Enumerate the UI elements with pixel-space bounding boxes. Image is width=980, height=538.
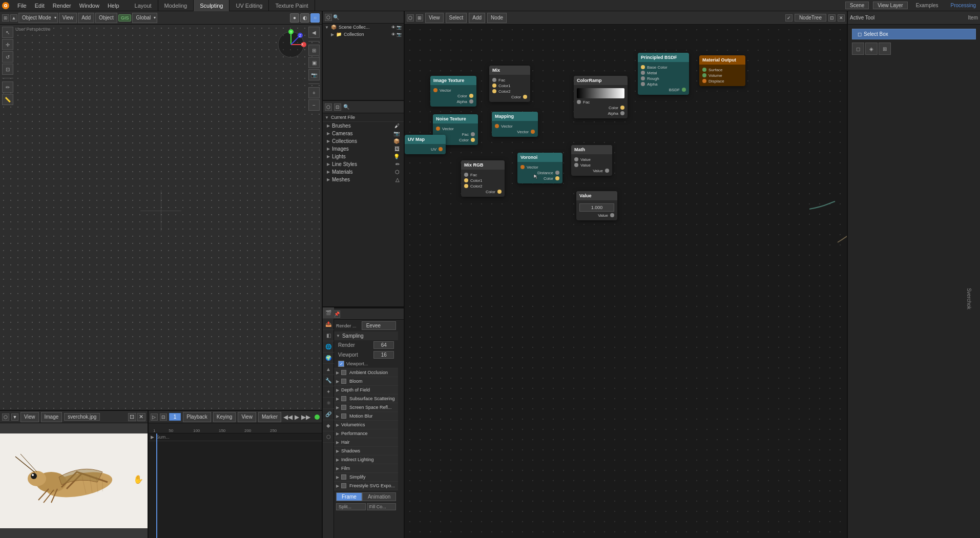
tool-move[interactable]: ✛	[2, 39, 13, 50]
freestyle-checkbox[interactable]	[341, 483, 346, 488]
tool-measure[interactable]: 📏	[2, 94, 13, 105]
view-layer-input[interactable]: View Layer	[873, 2, 907, 9]
viewport-value[interactable]: 16	[373, 351, 394, 359]
node-value[interactable]: Value 1.000 Value	[576, 191, 617, 220]
frame-tab[interactable]: Frame	[336, 492, 362, 501]
ssr-header[interactable]: ▶ Screen Space Refl...	[334, 403, 398, 411]
shading-rendered-btn[interactable]: ○	[310, 13, 320, 23]
visibility-btn[interactable]: 👁	[391, 25, 395, 30]
node-output[interactable]: Material Output Surface Volume Displace	[699, 55, 745, 86]
indirect-lighting-header[interactable]: ▶ Indirect Lighting	[334, 456, 398, 464]
node-math[interactable]: Math Value Value Value	[571, 145, 612, 176]
current-frame-input[interactable]: 1	[169, 413, 181, 421]
tool-scale[interactable]: ⊡	[2, 64, 13, 75]
node-add-btn[interactable]: Add	[469, 13, 485, 23]
processing-label[interactable]: Processing	[947, 3, 980, 8]
split-btn[interactable]: Split...	[336, 503, 366, 510]
tab-layout[interactable]: Layout	[129, 0, 158, 11]
shading-material-btn[interactable]: ◐	[300, 13, 309, 23]
prev-frame-btn[interactable]: ◀◀	[283, 413, 293, 421]
asset-images[interactable]: ▶ Images 🖼	[323, 145, 404, 153]
play-btn[interactable]: ▶	[295, 413, 299, 421]
col-visibility-btn[interactable]: 👁	[391, 32, 395, 37]
fill-co-btn[interactable]: Fill Co...	[367, 503, 397, 510]
node-select-btn[interactable]: Select	[446, 13, 467, 23]
timeline-content[interactable]: ▶ Sum...	[149, 433, 322, 538]
performance-header[interactable]: ▶ Performance	[334, 429, 398, 438]
tab-uv-editing[interactable]: UV Editing	[230, 0, 269, 11]
bloom-header[interactable]: ▶ Bloom	[334, 377, 398, 385]
zoom-in-btn[interactable]: +	[308, 87, 320, 98]
timeline-view-btn[interactable]: View	[238, 412, 256, 422]
prop-tab-physics[interactable]: ⚛	[323, 398, 334, 409]
asset-linestyles[interactable]: ▶ Line Styles ✏	[323, 160, 404, 168]
playback-btn[interactable]: Playback	[183, 412, 211, 422]
asset-meshes[interactable]: ▶ Meshes △	[323, 176, 404, 183]
node-icon2[interactable]: ⊞	[416, 14, 423, 22]
prop-tab-material[interactable]: ⬡	[323, 431, 334, 443]
scene-panel-icon[interactable]: ⬡	[325, 14, 332, 21]
node-close-btn[interactable]: ✕	[838, 14, 845, 22]
node-principled[interactable]: Principled BSDF Base Color Metal Rough A…	[638, 53, 689, 95]
col-render-btn[interactable]: 📷	[397, 32, 402, 37]
tool-annotate[interactable]: ✏	[2, 81, 13, 93]
hair-header[interactable]: ▶ Hair	[334, 438, 398, 446]
prop-tab-object[interactable]: ▲	[323, 364, 334, 375]
prop-tab-view[interactable]: ◧	[323, 330, 334, 341]
ao-checkbox[interactable]	[341, 370, 346, 375]
object-btn[interactable]: Object	[95, 13, 117, 23]
node-node-btn[interactable]: Node	[487, 13, 507, 23]
tab-sculpting[interactable]: Sculpting	[194, 0, 230, 11]
shading-solid-btn[interactable]: ●	[290, 13, 299, 23]
sss-checkbox[interactable]	[341, 396, 346, 401]
freestyle-header[interactable]: ▶ Freestyle SVG Expo...	[334, 482, 398, 490]
film-header[interactable]: ▶ Film	[334, 464, 398, 472]
tool-rotate[interactable]: ↺	[2, 51, 13, 63]
node-mix-rgb[interactable]: Mix RGB Fac Color1 Color2 Color	[461, 160, 505, 197]
scene-name-input[interactable]: Scene	[845, 2, 869, 9]
asset-cameras[interactable]: ▶ Cameras 📷	[323, 130, 404, 137]
ssr-checkbox[interactable]	[341, 405, 346, 410]
prop-tab-world[interactable]: 🌍	[323, 353, 334, 364]
node-mix[interactable]: Mix Fac Color1 Color2 Color	[489, 66, 530, 102]
global-btn[interactable]: Global	[132, 13, 157, 23]
node-mapping[interactable]: Mapping Vector Vector	[492, 112, 538, 137]
sss-header[interactable]: ▶ Subsurface Scattering	[334, 395, 398, 403]
menu-window[interactable]: Window	[75, 2, 103, 10]
node-canvas[interactable]: Image Texture Vector Color Alpha Mix Fac…	[405, 25, 847, 538]
node-uvmap[interactable]: UV Map UV	[405, 135, 446, 154]
asset-materials[interactable]: ▶ Materials ⬡	[323, 168, 404, 176]
image-zoom-btn[interactable]: ⊡	[128, 413, 136, 421]
view-btn[interactable]: View	[59, 13, 77, 23]
sampling-header[interactable]: ▼ Sampling	[334, 332, 398, 340]
prop-tab-output[interactable]: 📤	[323, 319, 334, 330]
view-persp-btn[interactable]: ⊞	[308, 45, 320, 56]
menu-file[interactable]: File	[13, 2, 31, 10]
tab-modeling[interactable]: Modeling	[158, 0, 194, 11]
node-check-icon[interactable]: ✓	[785, 14, 793, 22]
node-view-btn[interactable]: View	[425, 13, 444, 23]
tool-cursor[interactable]: ↖	[2, 27, 13, 38]
prop-tab-data[interactable]: ◆	[323, 420, 334, 431]
node-image-texture[interactable]: Image Texture Vector Color Alpha	[430, 76, 476, 107]
marker-btn[interactable]: Marker	[258, 412, 281, 422]
volumetrics-header[interactable]: ▶ Volumetrics	[334, 421, 398, 429]
tab-texture-paint[interactable]: Texture Paint	[269, 0, 315, 11]
image-filename[interactable]: sverchok.jpg	[64, 413, 100, 421]
node-expand-btn[interactable]: ⊡	[828, 14, 836, 22]
prop-tab-scene[interactable]: 🌐	[323, 341, 334, 353]
asset-icon2[interactable]: ⊡	[334, 104, 341, 111]
prop-tab-modifier[interactable]: 🔧	[323, 375, 334, 386]
viewport-denoising-checkbox[interactable]: ✓	[338, 361, 344, 367]
asset-search[interactable]: 🔍	[343, 104, 349, 110]
mode-selector[interactable]: Object Mode	[18, 13, 58, 23]
menu-help[interactable]: Help	[103, 2, 123, 10]
render-engine-selector[interactable]: Eevee	[362, 321, 397, 330]
ambient-occlusion-header[interactable]: ▶ Ambient Occlusion	[334, 368, 398, 377]
prop-tab-constraints[interactable]: 🔗	[323, 409, 334, 420]
node-tree-label[interactable]: NodeTree	[795, 14, 826, 22]
node-colorramp[interactable]: ColorRamp Fac Color Alpha	[574, 76, 628, 118]
node-voronoi[interactable]: Voronoi Vector Distance Color	[517, 153, 562, 183]
image-close-btn[interactable]: ✕	[137, 413, 145, 421]
viewport-3d[interactable]: ⊞ ▲ Object Mode View Add Object GIS Glob…	[0, 11, 322, 410]
